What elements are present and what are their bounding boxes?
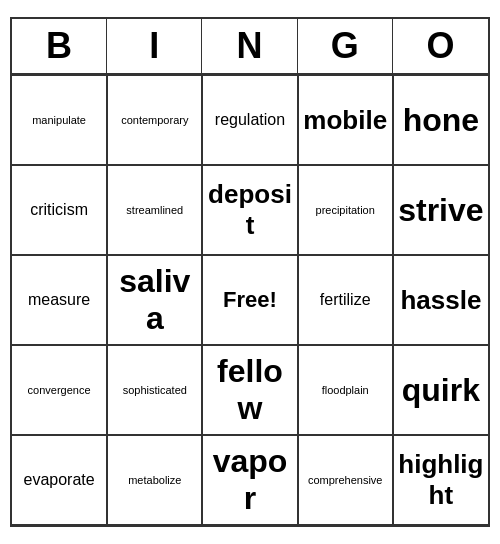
bingo-cell: quirk	[393, 345, 488, 435]
header-letter: B	[12, 19, 107, 73]
bingo-cell: regulation	[202, 75, 297, 165]
bingo-cell: Free!	[202, 255, 297, 345]
bingo-cell: manipulate	[12, 75, 107, 165]
bingo-cell: evaporate	[12, 435, 107, 525]
bingo-cell: measure	[12, 255, 107, 345]
bingo-cell: convergence	[12, 345, 107, 435]
bingo-cell: mobile	[298, 75, 393, 165]
bingo-cell: deposit	[202, 165, 297, 255]
header-letter: O	[393, 19, 488, 73]
header-letter: N	[202, 19, 297, 73]
bingo-cell: streamlined	[107, 165, 202, 255]
bingo-cell: comprehensive	[298, 435, 393, 525]
bingo-cell: strive	[393, 165, 488, 255]
bingo-cell: highlight	[393, 435, 488, 525]
bingo-cell: hassle	[393, 255, 488, 345]
header-letter: I	[107, 19, 202, 73]
bingo-cell: vapor	[202, 435, 297, 525]
bingo-cell: sophisticated	[107, 345, 202, 435]
bingo-cell: floodplain	[298, 345, 393, 435]
bingo-cell: metabolize	[107, 435, 202, 525]
bingo-grid: manipulatecontemporaryregulationmobileho…	[12, 75, 488, 525]
bingo-cell: saliva	[107, 255, 202, 345]
bingo-card: BINGO manipulatecontemporaryregulationmo…	[10, 17, 490, 527]
bingo-cell: contemporary	[107, 75, 202, 165]
bingo-cell: criticism	[12, 165, 107, 255]
header-letter: G	[298, 19, 393, 73]
bingo-cell: fertilize	[298, 255, 393, 345]
bingo-cell: hone	[393, 75, 488, 165]
bingo-header: BINGO	[12, 19, 488, 75]
bingo-cell: fellow	[202, 345, 297, 435]
bingo-cell: precipitation	[298, 165, 393, 255]
